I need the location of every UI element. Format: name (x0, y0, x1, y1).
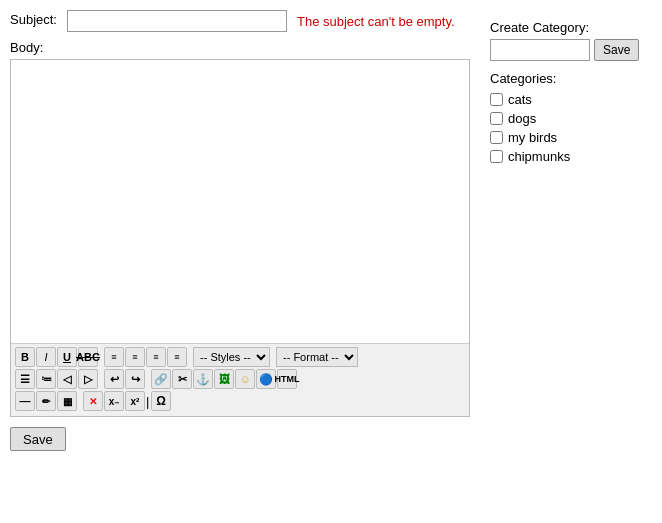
delete-button[interactable]: ✕ (83, 391, 103, 411)
create-category-row: Save (490, 39, 650, 61)
strikethrough-button[interactable]: ABC (78, 347, 98, 367)
image-button[interactable]: 🖼 (214, 369, 234, 389)
toolbar: B I U ABC ≡ ≡ ≡ ≡ -- Styles -- -- Format (11, 343, 469, 416)
format-select[interactable]: -- Format -- (276, 347, 358, 367)
categories-label: Categories: (490, 71, 650, 86)
subject-error: The subject can't be empty. (297, 14, 455, 29)
body-textarea[interactable] (11, 60, 469, 340)
unordered-list-button[interactable]: ☰ (15, 369, 35, 389)
category-name-chipmunks: chipmunks (508, 149, 570, 164)
special-link-button[interactable]: 🔵 (256, 369, 276, 389)
smiley-button[interactable]: ☺ (235, 369, 255, 389)
superscript-button[interactable]: x² (125, 391, 145, 411)
subscript-button[interactable]: x₋ (104, 391, 124, 411)
right-panel: Create Category: Save Categories: cats d… (490, 10, 650, 417)
html-button[interactable]: HTML (277, 369, 297, 389)
indent-button[interactable]: ▷ (78, 369, 98, 389)
category-checkbox-cats[interactable] (490, 93, 503, 106)
category-checkbox-my-birds[interactable] (490, 131, 503, 144)
create-category-save-button[interactable]: Save (594, 39, 639, 61)
create-category-input[interactable] (490, 39, 590, 61)
undo-button[interactable]: ↩ (104, 369, 124, 389)
underline-button[interactable]: U (57, 347, 77, 367)
anchor-button[interactable]: ⚓ (193, 369, 213, 389)
editor-wrapper: B I U ABC ≡ ≡ ≡ ≡ -- Styles -- -- Format (10, 59, 470, 417)
footer: Save (10, 417, 652, 451)
category-name-cats: cats (508, 92, 532, 107)
align-center-button[interactable]: ≡ (125, 347, 145, 367)
ordered-list-button[interactable]: ≔ (36, 369, 56, 389)
toolbar-row-1: B I U ABC ≡ ≡ ≡ ≡ -- Styles -- -- Format (15, 347, 465, 367)
category-name-dogs: dogs (508, 111, 536, 126)
category-item-dogs: dogs (490, 111, 650, 126)
align-justify-button[interactable]: ≡ (167, 347, 187, 367)
bold-button[interactable]: B (15, 347, 35, 367)
styles-select[interactable]: -- Styles -- (193, 347, 270, 367)
category-checkbox-dogs[interactable] (490, 112, 503, 125)
omega-button[interactable]: Ω (151, 391, 171, 411)
category-checkbox-chipmunks[interactable] (490, 150, 503, 163)
italic-button[interactable]: I (36, 347, 56, 367)
link-button[interactable]: 🔗 (151, 369, 171, 389)
toolbar-row-2: ☰ ≔ ◁ ▷ ↩ ↪ 🔗 ✂ ⚓ 🖼 ☺ 🔵 HTML (15, 369, 465, 389)
category-item-cats: cats (490, 92, 650, 107)
redo-button[interactable]: ↪ (125, 369, 145, 389)
align-left-button[interactable]: ≡ (104, 347, 124, 367)
align-right-button[interactable]: ≡ (146, 347, 166, 367)
subject-label: Subject: (10, 12, 57, 27)
unlink-button[interactable]: ✂ (172, 369, 192, 389)
save-main-button[interactable]: Save (10, 427, 66, 451)
category-name-my-birds: my birds (508, 130, 557, 145)
eraser-button[interactable]: ✏ (36, 391, 56, 411)
create-category-label: Create Category: (490, 20, 650, 35)
body-label: Body: (10, 40, 470, 55)
outdent-button[interactable]: ◁ (57, 369, 77, 389)
category-item-chipmunks: chipmunks (490, 149, 650, 164)
category-item-my-birds: my birds (490, 130, 650, 145)
insert-table-button[interactable]: ▦ (57, 391, 77, 411)
toolbar-row-3: — ✏ ▦ ✕ x₋ x² | Ω (15, 391, 465, 411)
subject-input[interactable] (67, 10, 287, 32)
hr-button[interactable]: — (15, 391, 35, 411)
